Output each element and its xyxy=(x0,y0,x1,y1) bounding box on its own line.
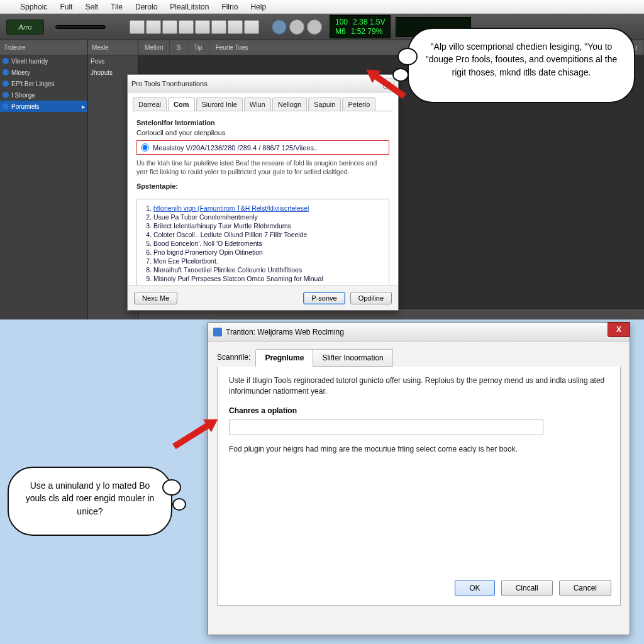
menu-item[interactable]: Fllrio xyxy=(215,3,244,11)
section-sub: Corloucil and your olenplious xyxy=(136,129,389,136)
tool-button[interactable] xyxy=(244,20,259,34)
track-label: I Shorge xyxy=(11,92,35,99)
text-input[interactable] xyxy=(229,419,543,435)
list-item[interactable]: hflorienilh vign (Famuntirom T&H Relst/k… xyxy=(153,204,385,212)
lcd-value: 2.38 1.5V xyxy=(353,18,385,26)
topic-listbox[interactable]: hflorienilh vign (Famuntirom T&H Relst/k… xyxy=(136,199,389,293)
tab[interactable]: Com xyxy=(168,97,194,111)
description-text: Us the ktah tine far pulelitve isted Bea… xyxy=(136,158,389,176)
dialog-buttons: Nexc Me P-sonve Opdiline xyxy=(128,285,398,310)
tab[interactable]: Peterlo xyxy=(342,97,375,111)
lcd-value: 1:52 79% xyxy=(351,27,383,36)
track-label: Vlirelt harridy xyxy=(11,58,48,65)
track-row[interactable]: EP't Ber Linges xyxy=(0,78,87,89)
track-row[interactable]: Mloery xyxy=(0,67,87,78)
tracks-header: Trdeore xyxy=(0,40,88,55)
ok-button[interactable]: OK xyxy=(455,580,494,596)
mix-label: Povs xyxy=(91,58,104,65)
dialog-buttons: OK Cincall Cancel xyxy=(455,580,611,596)
menu-item[interactable]: PlealLitston xyxy=(164,3,215,11)
tab[interactable]: Wlun xyxy=(244,97,271,111)
mix-label: Jhoputs xyxy=(91,69,113,76)
list-item[interactable]: Misnoly Purl Prrspeses Slatcon Omco Snam… xyxy=(153,275,385,282)
list-item[interactable]: Nleraihuft Txooetiiel Plirrilee Collourr… xyxy=(153,266,385,274)
stop-icon[interactable] xyxy=(289,19,304,35)
ruler-label: Mellon xyxy=(138,40,170,55)
callout-cloud: "Alp villo scemprional chedien lesiging,… xyxy=(408,28,635,103)
track-color-icon xyxy=(3,103,9,109)
link[interactable]: hflorienilh vign (Famuntirom T&H Relst/k… xyxy=(153,204,309,212)
intro-text: Uste if tllugin Tools reginoraded tutoro… xyxy=(229,375,609,397)
tracks-list: Vlirelt harridy Mloery EP't Ber Linges I… xyxy=(0,55,88,319)
app-icon xyxy=(213,328,222,336)
pro-tools-info-dialog: Pro Tools Tnonhunstions ✕ Darreal Com Si… xyxy=(127,74,399,311)
tool-button[interactable] xyxy=(146,20,161,34)
track-label: EP't Ber Linges xyxy=(11,80,55,87)
callout-cloud: Use a uninuland y lo mated Bo youls cls … xyxy=(8,467,172,536)
list-item[interactable]: Coloter Oscoll.. Lediute Oilund Pilllon … xyxy=(153,231,385,238)
tab[interactable]: Pregnlume xyxy=(255,349,313,367)
dialog-tabs: Scannrile: Pregnlume Slifter Inoormation xyxy=(217,349,621,367)
tool-button[interactable] xyxy=(130,20,145,34)
field-label: Chanres a oplation xyxy=(229,406,609,415)
highlighted-option[interactable]: Measlstoy V/20A/1238/280 /289.4 / 886/7 … xyxy=(136,140,389,155)
menubar: Spphoic Fult Selt Tile Derolo PlealLitst… xyxy=(0,0,644,14)
tab[interactable]: Slifter Inoormation xyxy=(313,349,392,367)
track-row[interactable]: Vlirelt harridy xyxy=(0,55,87,67)
track-color-icon xyxy=(3,80,9,87)
menu-item[interactable]: Derolo xyxy=(129,3,164,11)
track-label: Porumiels xyxy=(11,103,39,110)
cancel-button[interactable]: Cancel xyxy=(559,580,611,596)
callout-text: Use a uninuland y lo mated Bo youls cls … xyxy=(26,480,155,516)
list-item[interactable]: Brilect Ielentiarhinupy Tuor Murtle Rleb… xyxy=(153,222,385,230)
tab[interactable]: Sapuin xyxy=(308,97,341,111)
dialog-title: Pro Tools Tnonhunstions xyxy=(131,80,208,87)
list-item[interactable]: Bood Eoncelon'. Noll 'O Edetroments xyxy=(153,240,385,247)
tab[interactable]: Darreal xyxy=(133,97,167,111)
menu-item[interactable]: Tile xyxy=(104,3,129,11)
list-item[interactable]: Pno bignd Pronertiory Opin Oitinetion xyxy=(153,248,385,256)
lcd-value: M6 xyxy=(335,27,346,36)
play-icon[interactable] xyxy=(272,19,287,35)
callout-text: "Alp villo scemprional chedien lesiging,… xyxy=(426,42,618,77)
record-icon[interactable] xyxy=(307,19,322,35)
menu-item[interactable]: Selt xyxy=(79,3,104,11)
tab-pane: Uste if tllugin Tools reginoraded tutoro… xyxy=(217,367,621,606)
radio-input[interactable] xyxy=(141,143,149,152)
decline-button[interactable]: Opdiline xyxy=(350,292,392,304)
tool-button[interactable] xyxy=(179,20,194,34)
mix-item[interactable]: Povs xyxy=(88,55,138,67)
next-button[interactable]: Nexc Me xyxy=(134,292,177,304)
cincall-button[interactable]: Cincall xyxy=(501,580,553,596)
list-item[interactable]: Usue Pa Tubor Conolomihentmenly xyxy=(153,213,385,221)
track-color-icon xyxy=(3,58,9,64)
app-brand: Arro xyxy=(6,19,44,35)
dialog-titlebar: Trantion: Weljdrams Web Roclming xyxy=(208,323,630,341)
tool-cluster xyxy=(130,20,259,34)
tab[interactable]: Nellogn xyxy=(272,97,307,111)
track-label: Mloery xyxy=(11,69,30,76)
track-row[interactable]: I Shorge xyxy=(0,89,87,101)
dialog-tabs: Darreal Com Siurord Inle Wlun Nellogn Sa… xyxy=(133,97,393,111)
section-heading: Spstentapie: xyxy=(136,182,389,190)
menu-item[interactable]: Fult xyxy=(53,3,79,11)
chevron-right-icon: ▸ xyxy=(82,103,85,110)
lcd-value: 100 xyxy=(335,18,348,26)
tool-button[interactable] xyxy=(228,20,243,34)
tool-button[interactable] xyxy=(162,20,177,34)
level-meter xyxy=(55,25,106,29)
ruler-label: Tip xyxy=(187,40,209,55)
dialog-title: Trantion: Weljdrams Web Roclming xyxy=(226,328,344,336)
section-heading: Sntelonlfor Intormiation xyxy=(136,119,389,126)
track-row[interactable]: Porumiels▸ xyxy=(0,101,87,112)
close-icon[interactable]: X xyxy=(608,322,630,337)
tool-button[interactable] xyxy=(211,20,226,34)
section: Sntelonlfor Intormiation Corloucil and y… xyxy=(128,111,398,196)
list-item[interactable]: Mon Ece Plcelortbont. xyxy=(153,257,385,265)
menu-item[interactable]: Spphoic xyxy=(14,3,53,11)
transport-controls xyxy=(272,19,322,35)
tab[interactable]: Siurord Inle xyxy=(196,97,243,111)
tool-button[interactable] xyxy=(195,20,210,34)
save-button[interactable]: P-sonve xyxy=(303,292,345,304)
menu-item[interactable]: Help xyxy=(244,3,272,11)
